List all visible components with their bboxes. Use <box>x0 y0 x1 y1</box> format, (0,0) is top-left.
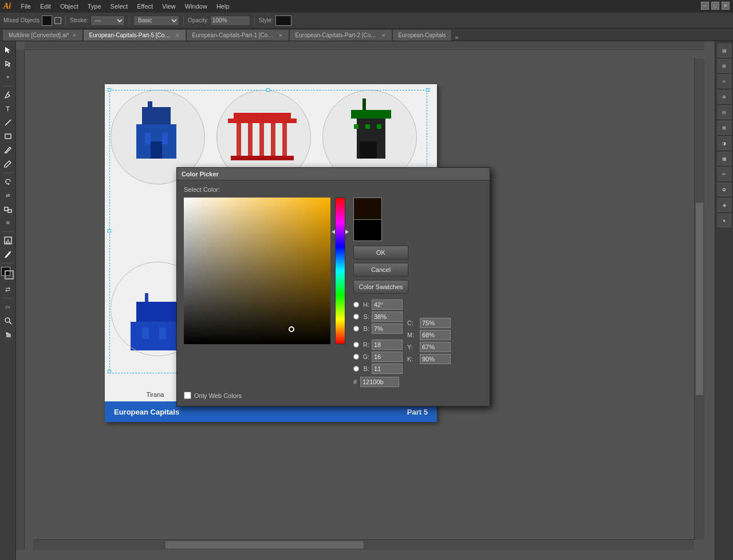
dialog-title-bar[interactable]: Color Picker <box>177 168 490 180</box>
direct-selection-tool[interactable] <box>2 57 14 70</box>
line-type-select[interactable]: Basic <box>133 15 179 26</box>
svg-rect-18 <box>234 113 291 119</box>
g-input[interactable] <box>372 352 403 362</box>
tab-euro-caps[interactable]: European-Capitals <box>392 29 452 41</box>
vertical-scrollbar[interactable] <box>694 58 704 539</box>
ok-button[interactable]: OK <box>353 246 408 259</box>
horizontal-scroll-thumb[interactable] <box>165 541 364 549</box>
m-input[interactable] <box>420 330 451 340</box>
menu-file[interactable]: File <box>17 2 35 11</box>
rectangle-tool[interactable] <box>2 130 14 143</box>
maximize-button[interactable]: □ <box>711 2 719 10</box>
swap-colors-button[interactable]: ⇄ <box>2 283 14 295</box>
fill-color-box[interactable] <box>42 15 52 26</box>
horizontal-scrollbar[interactable] <box>33 539 694 550</box>
swatches-panel-icon[interactable]: ▦ <box>718 152 731 165</box>
cancel-button[interactable]: Cancel <box>353 263 408 277</box>
brushes-panel-icon[interactable]: ✏ <box>718 167 731 181</box>
tab-multiline[interactable]: Multiline [Converted].ai* ✕ <box>2 29 83 41</box>
tab-close-euro5[interactable]: ✕ <box>175 33 180 38</box>
svg-rect-29 <box>354 124 358 129</box>
stroke-select[interactable]: — <box>90 15 125 26</box>
artboards-panel-icon[interactable]: ⊞ <box>718 59 731 73</box>
stroke-swatch[interactable] <box>54 17 61 24</box>
gradient-picker[interactable] <box>184 198 330 344</box>
stroke-indicator[interactable] <box>5 270 14 279</box>
vertical-scroll-thumb[interactable] <box>696 203 703 395</box>
menu-object[interactable]: Object <box>56 2 82 11</box>
hue-slider[interactable] <box>335 198 345 344</box>
sel-handle-tr[interactable] <box>426 88 429 92</box>
svg-rect-1 <box>5 134 11 139</box>
k-input[interactable] <box>420 354 451 364</box>
sel-handle-tl[interactable] <box>108 88 111 92</box>
layers-panel-icon[interactable]: ▤ <box>718 44 731 57</box>
screen-mode-button[interactable]: ▭ <box>2 301 14 313</box>
b2-radio[interactable] <box>353 366 359 372</box>
tab-close-multiline[interactable]: ✕ <box>72 33 77 38</box>
b-input[interactable] <box>372 324 403 334</box>
rotate-tool[interactable] <box>2 175 14 188</box>
menu-window[interactable]: Window <box>181 2 211 11</box>
tab-overflow-button[interactable]: » <box>452 34 461 41</box>
style-box[interactable] <box>275 15 291 26</box>
menu-edit[interactable]: Edit <box>36 2 55 11</box>
sel-handle-ml[interactable] <box>108 229 111 232</box>
c-input[interactable] <box>420 318 451 328</box>
tab-euro5[interactable]: European-Capitals-Part-5 [Converted].ai*… <box>83 29 186 41</box>
paintbrush-tool[interactable] <box>2 144 14 156</box>
selection-tool[interactable] <box>2 44 14 56</box>
properties-panel-icon[interactable]: ≡ <box>718 74 731 88</box>
g-radio[interactable] <box>353 354 359 360</box>
type-tool[interactable]: T <box>2 102 14 115</box>
s-input[interactable] <box>372 311 403 322</box>
pencil-tool[interactable] <box>2 157 14 170</box>
r-radio[interactable] <box>353 342 359 348</box>
graphic-styles-panel-icon[interactable]: ♦ <box>718 214 731 227</box>
h-radio[interactable] <box>353 302 359 307</box>
b2-input[interactable] <box>372 364 403 374</box>
h-input[interactable] <box>372 299 403 310</box>
y-input[interactable] <box>420 342 451 352</box>
hue-slider-container[interactable] <box>335 198 345 344</box>
tab-close-euro1[interactable]: ✕ <box>278 33 283 38</box>
zoom-tool[interactable] <box>2 314 14 327</box>
r-input[interactable] <box>372 340 403 350</box>
tab-close-euro2[interactable]: ✕ <box>381 33 386 38</box>
color-swatches-button[interactable]: Color Swatches <box>353 280 408 294</box>
svg-rect-25 <box>231 156 294 160</box>
sel-handle-bl[interactable] <box>108 370 111 373</box>
graph-tool[interactable] <box>2 234 14 247</box>
lasso-tool[interactable]: ⌖ <box>2 71 14 84</box>
field-row-m: M: <box>407 330 451 340</box>
line-tool[interactable] <box>2 116 14 129</box>
sel-handle-tc[interactable] <box>266 88 270 92</box>
eyedropper-tool[interactable] <box>2 248 14 261</box>
align-panel-icon[interactable]: ⊟ <box>718 105 731 119</box>
hand-tool[interactable] <box>2 328 14 341</box>
menu-select[interactable]: Select <box>107 2 132 11</box>
reflect-tool[interactable]: ⇌ <box>2 189 14 202</box>
menu-type[interactable]: Type <box>84 2 105 11</box>
hex-input[interactable] <box>360 377 399 387</box>
pen-tool[interactable] <box>2 89 14 101</box>
pathfinder-panel-icon[interactable]: ⊠ <box>718 121 731 135</box>
appearance-panel-icon[interactable]: ◈ <box>718 198 731 212</box>
tab-euro2[interactable]: European-Capitals-Part-2 [Converted].ai*… <box>289 29 392 41</box>
warp-tool[interactable]: ≋ <box>2 216 14 229</box>
minimize-button[interactable]: ─ <box>701 2 709 10</box>
menu-view[interactable]: View <box>158 2 180 11</box>
menu-effect[interactable]: Effect <box>133 2 157 11</box>
web-colors-checkbox[interactable] <box>184 392 191 399</box>
transform-panel-icon[interactable]: ⊕ <box>718 90 731 104</box>
color-panel-icon[interactable]: ◑ <box>718 136 731 150</box>
s-radio[interactable] <box>353 314 359 320</box>
scale-tool[interactable] <box>2 203 14 215</box>
close-button[interactable]: ✕ <box>722 2 730 10</box>
opacity-input[interactable] <box>210 15 250 26</box>
symbols-panel-icon[interactable]: ✿ <box>718 183 731 196</box>
menu-help[interactable]: Help <box>212 2 234 11</box>
tab-euro1[interactable]: European-Capitals-Part-1 [Converted].ai … <box>186 29 289 41</box>
canvas-area[interactable]: Tirana Athens Nicosia European Capitals … <box>16 41 715 560</box>
b-radio[interactable] <box>353 326 359 332</box>
